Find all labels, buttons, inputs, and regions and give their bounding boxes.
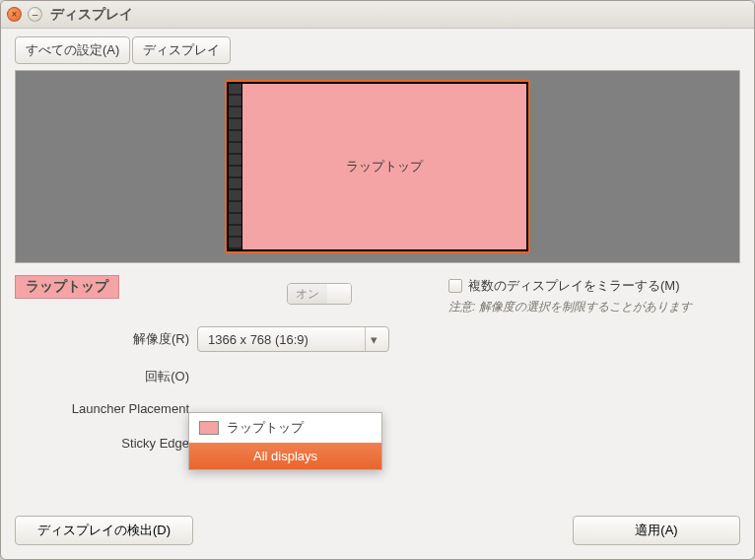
breadcrumb: すべての設定(A) ディスプレイ xyxy=(15,36,740,64)
display-settings-window: × – ディスプレイ すべての設定(A) ディスプレイ ラップトップ ラップトッ… xyxy=(0,0,755,560)
breadcrumb-all-settings[interactable]: すべての設定(A) xyxy=(15,36,130,64)
close-icon[interactable]: × xyxy=(7,7,22,22)
window-controls: × – xyxy=(7,7,42,22)
window-title: ディスプレイ xyxy=(50,6,133,24)
monitor-label: ラップトップ xyxy=(242,84,526,249)
display-color-swatch-icon xyxy=(199,421,219,435)
mirror-checkbox[interactable] xyxy=(448,279,462,293)
detect-displays-button[interactable]: ディスプレイの検出(D) xyxy=(15,516,193,545)
launcher-strip-icon xyxy=(229,84,242,249)
mirror-label: 複数のディスプレイをミラーする(M) xyxy=(468,277,680,295)
minimize-icon[interactable]: – xyxy=(28,7,42,22)
popup-item-label: ラップトップ xyxy=(227,419,304,437)
content-area: すべての設定(A) ディスプレイ ラップトップ ラップトップ オン 解像度( xyxy=(1,29,754,559)
resolution-value: 1366 x 768 (16:9) xyxy=(208,332,309,347)
launcher-placement-popup: ラップトップ All displays xyxy=(188,412,382,470)
footer-row: ディスプレイの検出(D) 適用(A) xyxy=(15,508,740,545)
popup-item-label: All displays xyxy=(253,449,317,463)
display-preview-panel: ラップトップ xyxy=(15,70,740,263)
popup-item-all-displays[interactable]: All displays xyxy=(189,443,381,469)
titlebar: × – ディスプレイ xyxy=(1,1,754,29)
chevron-down-icon: ▾ xyxy=(365,327,382,351)
rotation-label: 回転(O) xyxy=(15,368,197,385)
config-right-column: 複数のディスプレイをミラーする(M) 注意: 解像度の選択を制限することがありま… xyxy=(448,275,740,469)
apply-button[interactable]: 適用(A) xyxy=(573,516,740,545)
launcher-placement-label: Launcher Placement xyxy=(15,401,197,416)
mirror-note: 注意: 解像度の選択を制限することがあります xyxy=(448,299,740,315)
display-enable-toggle[interactable]: オン xyxy=(287,283,352,305)
monitor-preview[interactable]: ラップトップ xyxy=(225,80,530,253)
sticky-edge-label: Sticky Edge xyxy=(15,436,197,451)
breadcrumb-display[interactable]: ディスプレイ xyxy=(132,36,231,64)
selected-display-badge: ラップトップ xyxy=(15,275,119,299)
popup-item-laptop[interactable]: ラップトップ xyxy=(189,413,381,443)
toggle-on-label: オン xyxy=(288,284,327,304)
toggle-handle xyxy=(327,284,351,304)
mirror-displays-row[interactable]: 複数のディスプレイをミラーする(M) xyxy=(448,277,740,295)
resolution-label: 解像度(R) xyxy=(15,330,197,348)
resolution-combo[interactable]: 1366 x 768 (16:9) ▾ xyxy=(197,326,389,352)
